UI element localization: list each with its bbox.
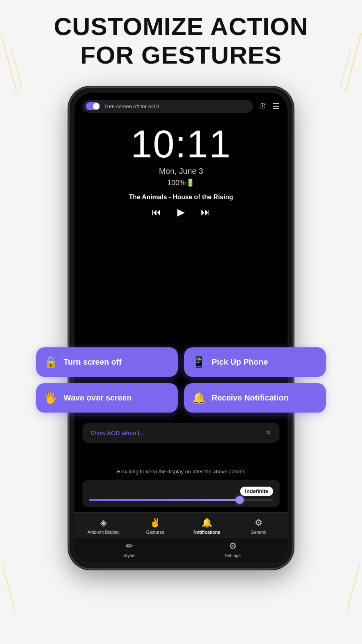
phone-pickup-icon: 📱 [191,355,206,369]
duration-slider-container: Indefinite [82,480,280,507]
aod-panel: Show AOD when I... ✕ [82,423,280,443]
turn-screen-off-label: Turn screen off [64,357,121,367]
notifications-icon: 🔔 [202,518,212,528]
duration-description: How long to keep the display on after th… [82,469,280,475]
media-controls: ⏮ ▶ ⏭ [74,206,288,218]
nav-row-1: ◈ Ambient Display ✌ Gestures 🔔 Notificat… [74,512,288,538]
wave-over-screen-button[interactable]: 🖐 Wave over screen [36,383,178,413]
top-bar: Turn screen off for AOD ⏱ ☰ [82,100,280,113]
aod-toggle-label: Turn screen off for AOD [104,103,159,109]
pick-up-phone-button[interactable]: 📱 Pick Up Phone [184,347,326,377]
volume-down-button[interactable] [68,200,69,225]
slider-fill [89,499,240,501]
duration-slider[interactable] [89,499,273,501]
play-pause-button[interactable]: ▶ [177,206,185,218]
styles-label: Styles [123,553,136,558]
receive-notification-button[interactable]: 🔔 Receive Notification [184,383,326,413]
nav-item-ambient-display[interactable]: ◈ Ambient Display [78,518,130,535]
wave-over-screen-label: Wave over screen [64,393,132,402]
lock-icon: 🔒 [43,355,58,369]
page-title: CUSTOMIZE ACTION FOR GESTURES [0,12,362,70]
slider-thumb[interactable] [236,496,244,504]
general-icon: ⚙ [255,518,263,528]
styles-icon: ✏ [126,541,133,551]
gesture-buttons-container: 🔒 Turn screen off 📱 Pick Up Phone 🖐 Wave… [32,347,330,413]
aod-panel-header: Show AOD when I... ✕ [90,428,272,437]
aod-close-button[interactable]: ✕ [265,428,272,437]
clock-date: Mon, June 3 [74,167,288,176]
bottom-navigation: ◈ Ambient Display ✌ Gestures 🔔 Notificat… [74,512,288,564]
nav-row-2: ✏ Styles ⚙ Settings [74,538,288,564]
phone-mockup: Turn screen off for AOD ⏱ ☰ 10:11 Mon, J… [68,87,294,570]
ambient-display-label: Ambient Display [88,530,119,535]
filter-icon[interactable]: ☰ [272,101,280,111]
wave-icon: 🖐 [43,391,58,405]
deco-line-5 [2,564,16,611]
now-playing-title: The Animals - House of the Rising [74,194,288,201]
clock-area: 10:11 Mon, June 3 100%🔋 The Animals - Ho… [74,125,288,218]
clock-battery: 100%🔋 [74,178,288,187]
nav-item-styles[interactable]: ✏ Styles [78,541,181,558]
volume-up-button[interactable] [68,168,69,192]
turn-screen-off-button[interactable]: 🔒 Turn screen off [36,347,178,377]
ambient-display-icon: ◈ [100,518,107,528]
aod-toggle-pill[interactable]: Turn screen off for AOD [82,100,253,113]
receive-notification-label: Receive Notification [212,393,288,402]
nav-item-settings[interactable]: ⚙ Settings [181,541,284,558]
deco-line-6 [347,564,360,611]
phone-screen: Turn screen off for AOD ⏱ ☰ 10:11 Mon, J… [74,93,288,564]
duration-section: How long to keep the display on after th… [82,469,280,507]
next-track-button[interactable]: ⏭ [201,206,210,218]
top-icons: ⏱ ☰ [259,101,280,111]
settings-icon: ⚙ [229,541,237,551]
aod-toggle-switch[interactable] [86,102,100,110]
power-button[interactable] [293,184,294,221]
phone-frame: Turn screen off for AOD ⏱ ☰ 10:11 Mon, J… [68,87,294,570]
gestures-label: Gestures [146,530,164,535]
notification-bell-icon: 🔔 [191,391,206,405]
nav-item-gestures[interactable]: ✌ Gestures [130,518,181,535]
nav-item-general[interactable]: ⚙ General [233,518,285,535]
general-label: General [251,530,266,535]
notifications-label: Notifications [193,530,220,535]
indefinite-label: Indefinite [240,487,273,496]
clock-icon[interactable]: ⏱ [259,102,267,111]
settings-label: Settings [225,553,241,558]
nav-item-notifications[interactable]: 🔔 Notifications [181,518,233,535]
prev-track-button[interactable]: ⏮ [152,206,161,218]
aod-panel-title: Show AOD when I... [90,429,144,436]
gestures-icon: ✌ [150,518,160,528]
clock-time: 10:11 [74,125,288,163]
pick-up-phone-label: Pick Up Phone [212,357,268,367]
